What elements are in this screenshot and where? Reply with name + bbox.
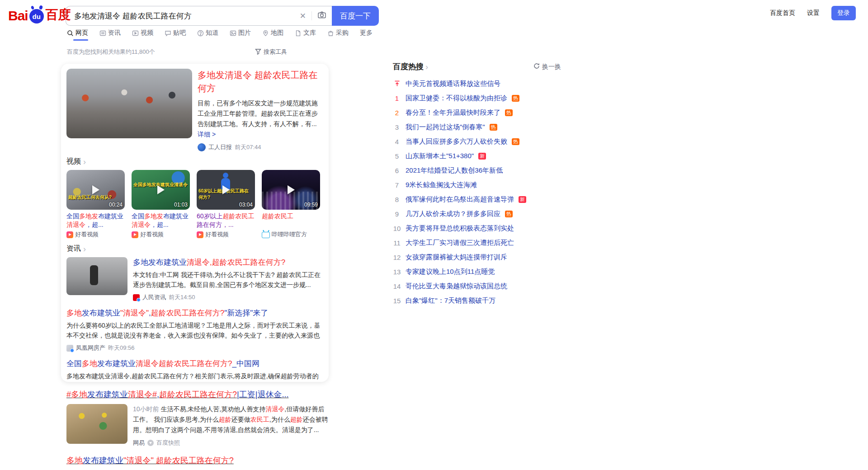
hot-search-item[interactable]: 1 国家卫健委：不得以核酸为由拒诊 热 <box>393 91 561 105</box>
tab-video[interactable]: 视频 <box>132 29 153 41</box>
news-item: 多地发布建筑业清退令,超龄农民工路在何方? 本文转自:中工网 我还干得动,为什么… <box>66 257 323 301</box>
hot-badge: 热 <box>505 211 513 217</box>
login-button[interactable]: 登录 <box>831 6 856 20</box>
hot-search-item[interactable]: 12 女孩穿露腿裤被大妈连摸带打训斥 <box>393 250 561 264</box>
tab-web[interactable]: 网页 <box>67 29 88 41</box>
hot-rank: 11 <box>393 239 401 247</box>
top-link-home[interactable]: 百度首页 <box>770 9 795 17</box>
tab-caigou[interactable]: 采购 <box>327 29 349 41</box>
hot-rank: 8 <box>393 196 401 203</box>
hot-badge: 热 <box>512 95 519 102</box>
baidu-logo[interactable]: Bai du 百度 <box>8 6 71 24</box>
tab-label: 图片 <box>238 29 251 37</box>
pinned-top-icon <box>393 80 401 87</box>
hot-search-item[interactable]: 4 当事人回应拼多多六万人砍价失败 热 <box>393 134 561 149</box>
search-bar: ✕ 百度一下 <box>66 6 379 26</box>
source-time: 昨天09:56 <box>108 344 135 352</box>
result-thumbnail[interactable] <box>66 404 127 444</box>
source-name: 凤凰网房产 <box>76 344 105 352</box>
hot-search-item[interactable]: 2 春分至！全年升温最快时段来了 热 <box>393 105 561 120</box>
search-input[interactable] <box>73 11 269 21</box>
more-link[interactable]: 详细 > <box>198 131 216 138</box>
haokan-video-icon <box>66 231 73 238</box>
video-caption[interactable]: 60岁以上超龄农民工路在何方，... <box>197 212 255 229</box>
search-button[interactable]: 百度一下 <box>332 6 379 26</box>
hot-search-item[interactable]: 6 2021年结婚登记人数创36年新低 <box>393 163 561 178</box>
refresh-label: 换一换 <box>542 63 561 71</box>
hot-search-item[interactable]: 11 大学生工厂实习请假三次遭拒后死亡 <box>393 235 561 250</box>
refresh-button[interactable]: 换一换 <box>533 63 561 71</box>
video-thumbnail[interactable]: 09:59 <box>262 170 320 210</box>
search-tools-button[interactable]: 搜索工具 <box>255 48 287 56</box>
hot-search-item[interactable]: 8 俄军缘何此时在乌祭出高超音速导弹 新 <box>393 192 561 207</box>
video-card[interactable]: 超龄农民工何去何从? 00:24 全国多地发布建筑业清退令，超... 好看视频 <box>66 170 125 239</box>
tab-wenku[interactable]: 文库 <box>295 29 316 41</box>
tab-label: 资讯 <box>108 29 121 37</box>
hot-search-item[interactable]: 14 哥伦比亚大毒枭越狱惊动该国总统 <box>393 279 561 293</box>
search-result: 全国多地发布建筑业清退令超龄农民工路在何方?_中国网 多地发布建筑业清退令,超龄… <box>66 358 323 382</box>
chevron-right-icon[interactable]: › <box>83 158 86 166</box>
video-source-row: 哔哩哔哩官方 <box>262 230 320 239</box>
news-title-link[interactable]: 多地发布建筑业清退令,超龄农民工路在何方? <box>133 257 323 268</box>
news-thumbnail[interactable] <box>66 257 127 295</box>
result-card: 多地发清退令 超龄农民工路在何方 目前，已有多个地区发文进一步规范建筑施工企业用… <box>61 64 329 382</box>
video-duration: 00:24 <box>109 202 123 208</box>
result-title-link[interactable]: 多地发布建筑业"清退令" 超龄农民工路在何方? <box>66 455 329 466</box>
haokan-video-icon <box>132 231 138 238</box>
video-card[interactable]: 60岁以上超龄农民工路在何方? 03:04 60岁以上超龄农民工路在何方，...… <box>197 170 255 239</box>
tab-images[interactable]: 图片 <box>230 29 251 41</box>
top-result-source-row: 工人日报 前天07:44 <box>198 143 323 151</box>
video-thumbnail[interactable]: 全国多地发布建筑业清退令 01:03 <box>132 170 190 210</box>
hot-item-text: 我们一起跨过这场"倒春寒" <box>406 123 485 132</box>
result-title-link[interactable]: #多地发布建筑业清退令#,超龄农民工路在何方?|工资|退休金... <box>66 389 329 400</box>
video-caption[interactable]: 超龄农民工 <box>262 212 320 229</box>
play-icon <box>157 185 165 194</box>
tab-zhidao[interactable]: 知道 <box>197 29 218 41</box>
search-box-icons: ✕ <box>300 6 326 25</box>
video-thumbnail[interactable]: 超龄农民工何去何从? 00:24 <box>66 170 125 210</box>
hot-search-item[interactable]: 15 白象"爆红"：7天销售额破千万 <box>393 293 561 308</box>
video-card[interactable]: 09:59 超龄农民工 哔哩哔哩官方 <box>262 170 320 239</box>
tab-label: 文库 <box>303 29 316 37</box>
result-title-link[interactable]: 全国多地发布建筑业清退令超龄农民工路在何方?_中国网 <box>66 358 323 369</box>
hot-search-item[interactable]: 3 我们一起跨过这场"倒春寒" 热 <box>393 120 561 134</box>
tab-maps[interactable]: 地图 <box>262 29 283 41</box>
chevron-right-icon: › <box>425 63 428 71</box>
video-thumbnail[interactable]: 60岁以上超龄农民工路在何方? 03:04 <box>197 170 255 210</box>
video-card[interactable]: 全国多地发布建筑业清退令 01:03 全国多地发布建筑业清退令，超... 好看视… <box>132 170 190 239</box>
chevron-right-icon[interactable]: › <box>83 245 86 253</box>
top-result-image[interactable] <box>66 69 192 138</box>
hot-search-panel: 百度热搜 › 换一换 中美元首视频通话释放这些信号 1 国家卫健委：不得以核酸为… <box>393 61 561 308</box>
hot-search-title-link[interactable]: 百度热搜 › <box>393 61 428 72</box>
hot-item-text: 美方要将拜登总统积极表态落到实处 <box>406 224 514 233</box>
video-source-name: 好看视频 <box>205 230 229 239</box>
hot-search-item[interactable]: 5 山东新增本土"51+380" 新 <box>393 149 561 163</box>
top-result-title-link[interactable]: 多地发清退令 超龄农民工路在何方 <box>198 69 323 95</box>
video-section-label: 视频 <box>66 157 81 166</box>
news-source-row: 人民资讯 前天14:50 <box>133 293 323 301</box>
camera-icon[interactable] <box>317 10 326 21</box>
hot-search-item[interactable]: 10 美方要将拜登总统积极表态落到实处 <box>393 221 561 235</box>
baidu-cache-link[interactable]: 百度快照 <box>156 439 180 447</box>
tab-tieba[interactable]: 贴吧 <box>165 29 186 41</box>
tab-news[interactable]: 资讯 <box>99 29 121 41</box>
tab-label: 贴吧 <box>173 29 186 37</box>
video-caption[interactable]: 全国多地发布建筑业清退令，超... <box>132 212 190 229</box>
top-link-settings[interactable]: 设置 <box>807 9 820 17</box>
site-verify-icon <box>147 440 154 446</box>
tab-label: 网页 <box>75 29 88 37</box>
hot-badge: 新 <box>519 196 526 203</box>
tab-label: 地图 <box>271 29 283 37</box>
search-box[interactable]: ✕ <box>66 6 332 26</box>
hot-item-text: 春分至！全年升温最快时段来了 <box>406 108 500 117</box>
hot-search-item[interactable]: 13 专家建议晚上10点到11点睡觉 <box>393 264 561 279</box>
hot-item-text: 女孩穿露腿裤被大妈连摸带打训斥 <box>406 253 507 262</box>
clear-icon[interactable]: ✕ <box>300 12 306 20</box>
tab-more[interactable]: 更多 <box>360 29 373 41</box>
video-caption[interactable]: 全国多地发布建筑业清退令，超... <box>66 212 125 229</box>
hot-search-item[interactable]: 9 几万人砍价未成功？拼多多回应 热 <box>393 207 561 221</box>
hot-search-item[interactable]: 中美元首视频通话释放这些信号 <box>393 76 561 91</box>
result-title-link[interactable]: 多地发布建筑业"清退令",超龄农民工路在何方?"新选择"来了 <box>66 308 323 319</box>
hot-search-item[interactable]: 7 9米长鲸鱼搁浅大连海滩 <box>393 178 561 192</box>
search-tabs: 网页 资讯 视频 贴吧 知道 图片 地图 文库 <box>67 29 373 41</box>
